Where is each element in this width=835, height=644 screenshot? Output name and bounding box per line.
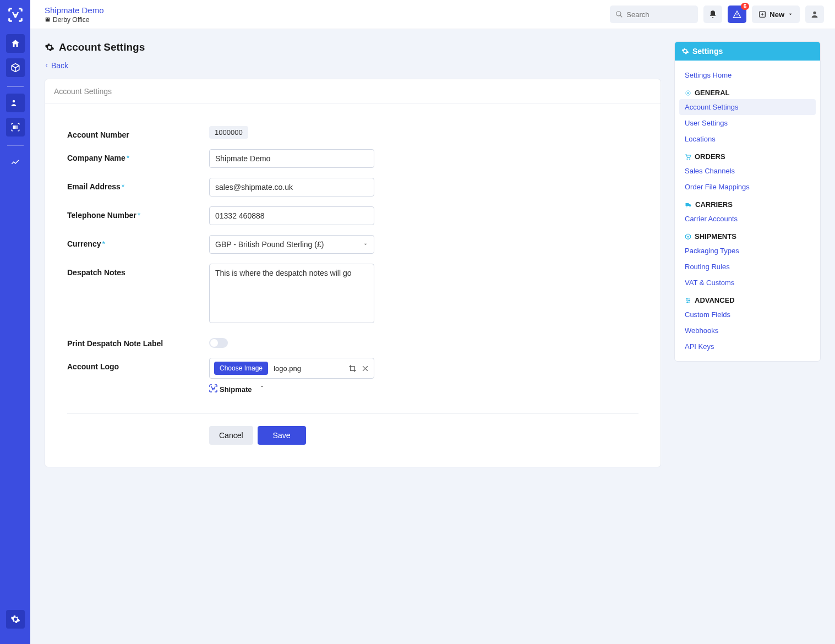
chevron-down-icon	[788, 12, 793, 17]
panel-header: Settings	[675, 42, 820, 61]
sidebar	[0, 0, 30, 644]
currency-select[interactable]: GBP - British Pound Sterling (£)	[209, 235, 374, 254]
svg-point-8	[261, 386, 263, 387]
print-toggle[interactable]	[209, 338, 228, 348]
search-icon	[615, 10, 623, 18]
panel-section-carriers: CARRIERS	[679, 195, 816, 211]
svg-rect-1	[46, 18, 50, 21]
cancel-button[interactable]: Cancel	[209, 426, 253, 445]
choose-image-button[interactable]: Choose Image	[214, 362, 268, 375]
svg-point-15	[689, 300, 690, 301]
panel-link-locations[interactable]: Locations	[679, 131, 816, 147]
svg-point-10	[687, 159, 688, 160]
truck-icon	[685, 201, 692, 208]
svg-point-16	[687, 302, 688, 303]
alerts-button[interactable]: 6	[728, 6, 746, 23]
close-icon[interactable]	[361, 364, 369, 373]
gear-icon	[10, 614, 20, 624]
profile-button[interactable]	[805, 6, 824, 23]
notifications-button[interactable]	[703, 6, 722, 23]
panel-link-user-settings[interactable]: User Settings	[679, 115, 816, 131]
panel-link-api-keys[interactable]: API Keys	[679, 339, 816, 354]
label-logo: Account Logo	[67, 358, 209, 371]
svg-rect-2	[46, 18, 47, 19]
logo-preview: Shipmate	[209, 384, 374, 397]
svg-point-4	[616, 12, 621, 16]
svg-point-9	[687, 92, 689, 94]
box-icon	[685, 233, 691, 240]
package-icon	[10, 63, 20, 73]
sliders-icon	[685, 297, 691, 304]
panel-section-general: GENERAL	[679, 83, 816, 99]
alert-badge: 6	[741, 3, 750, 10]
sidebar-item-scan[interactable]	[6, 118, 25, 137]
file-name: logo.png	[274, 364, 343, 373]
panel-link-order-file-mappings[interactable]: Order File Mappings	[679, 179, 816, 195]
label-despatch: Despatch Notes	[67, 264, 209, 277]
sidebar-item-users[interactable]	[6, 94, 25, 112]
panel-link-home[interactable]: Settings Home	[679, 67, 816, 83]
label-email: Email Address*	[67, 178, 209, 191]
brand-subtitle: Derby Office	[45, 16, 610, 24]
topbar: Shipmate Demo Derby Office / 6	[30, 0, 835, 29]
form-divider	[67, 413, 638, 414]
panel-link-webhooks[interactable]: Webhooks	[679, 323, 816, 339]
new-button[interactable]: New	[752, 6, 800, 23]
phone-input[interactable]	[209, 206, 374, 225]
despatch-notes-input[interactable]: This is where the despatch notes will go	[209, 264, 374, 323]
sidebar-item-analytics[interactable]	[6, 152, 25, 171]
sidebar-item-packages[interactable]	[6, 58, 25, 77]
panel-section-shipments: SHIPMENTS	[679, 227, 816, 243]
company-name-input[interactable]	[209, 149, 374, 168]
svg-point-13	[690, 206, 691, 207]
save-button[interactable]: Save	[258, 426, 306, 445]
panel-link-packaging-types[interactable]: Packaging Types	[679, 243, 816, 259]
svg-point-0	[12, 100, 15, 102]
crop-icon[interactable]	[348, 364, 357, 373]
gear-icon	[45, 42, 54, 52]
gear-icon	[681, 47, 689, 55]
plus-icon	[758, 10, 766, 18]
email-input[interactable]	[209, 178, 374, 197]
settings-panel: Settings Settings Home GENERAL Account S…	[674, 41, 821, 362]
chevron-down-icon	[363, 242, 368, 247]
bell-icon	[708, 10, 717, 19]
label-phone: Telephone Number*	[67, 206, 209, 220]
card-header: Account Settings	[45, 79, 661, 104]
chart-icon	[10, 157, 20, 167]
svg-point-11	[689, 159, 690, 160]
svg-point-14	[686, 298, 687, 299]
sidebar-divider	[7, 86, 24, 87]
panel-section-orders: ORDERS	[679, 147, 816, 163]
label-print: Print Despatch Note Label	[67, 335, 209, 348]
sidebar-item-settings[interactable]	[6, 610, 25, 629]
app-logo	[7, 7, 24, 23]
barcode-icon	[10, 122, 20, 132]
label-company: Company Name*	[67, 149, 209, 162]
gear-icon	[685, 90, 691, 96]
panel-link-carrier-accounts[interactable]: Carrier Accounts	[679, 211, 816, 227]
page-title: Account Settings	[45, 41, 661, 53]
file-input-row: Choose Image logo.png	[209, 358, 374, 379]
user-icon	[810, 10, 819, 19]
svg-point-6	[813, 12, 816, 14]
back-link[interactable]: Back	[45, 61, 68, 70]
svg-rect-3	[48, 18, 48, 19]
panel-link-routing-rules[interactable]: Routing Rules	[679, 259, 816, 275]
sidebar-item-home[interactable]	[6, 34, 25, 53]
cart-icon	[685, 154, 691, 160]
warning-icon	[733, 10, 741, 19]
users-icon	[10, 98, 20, 108]
settings-card: Account Settings Account Number 1000000 …	[45, 79, 661, 467]
chevron-left-icon	[45, 63, 49, 68]
account-number-value: 1000000	[209, 126, 248, 139]
panel-link-custom-fields[interactable]: Custom Fields	[679, 307, 816, 323]
panel-link-vat-customs[interactable]: VAT & Customs	[679, 275, 816, 291]
brand-title[interactable]: Shipmate Demo	[45, 6, 610, 15]
svg-point-12	[686, 206, 687, 207]
panel-section-advanced: ADVANCED	[679, 291, 816, 307]
panel-link-sales-channels[interactable]: Sales Channels	[679, 163, 816, 179]
panel-link-account-settings[interactable]: Account Settings	[679, 99, 816, 115]
sidebar-divider-2	[7, 145, 24, 146]
search-input-wrapper[interactable]: /	[610, 6, 698, 23]
